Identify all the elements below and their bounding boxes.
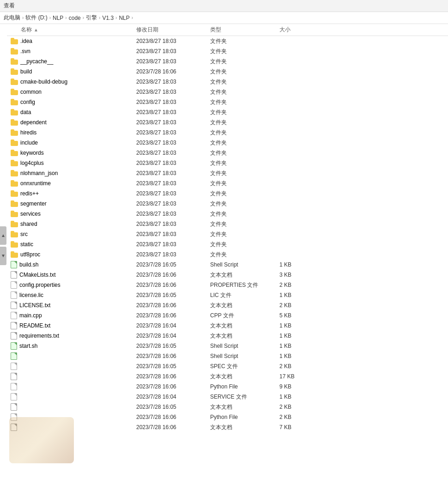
table-row[interactable]: 2023/7/28 16:06文本文档17 KB [7,371,448,382]
table-row[interactable]: include2023/8/27 18:03文件夹 [7,138,448,148]
table-row[interactable]: dependent2023/8/27 18:03文件夹 [7,117,448,127]
file-name-text: dependent [20,119,47,126]
breadcrumb-bar[interactable]: 此电脑 › 软件 (D:) › NLP › code › 引擎 › V1.3 ›… [0,12,448,24]
view-label: 查看 [4,2,15,9]
table-row[interactable]: start.sh2023/7/28 16:05Shell Script1 KB [7,341,448,351]
table-row[interactable]: 2023/7/28 16:05文本文档2 KB [7,402,448,412]
breadcrumb-nlp1[interactable]: NLP [53,15,63,21]
file-name-text: shared [20,221,37,227]
file-name-text: services [20,211,41,217]
breadcrumb-pc[interactable]: 此电脑 [4,14,20,22]
file-date-cell: 2023/8/27 18:03 [136,150,210,156]
breadcrumb-v13[interactable]: V1.3 [102,15,114,21]
file-name-cell: build.sh [7,261,136,268]
breadcrumb-code[interactable]: code [69,15,81,21]
file-type-cell: 文本文档 [210,271,279,279]
table-row[interactable]: hiredis2023/8/27 18:03文件夹 [7,127,448,138]
file-size-cell: 1 KB [279,261,316,268]
table-row[interactable]: license.lic2023/7/28 16:05LIC 文件1 KB [7,290,448,300]
shell-icon [11,342,17,350]
folder-icon [11,89,18,95]
folder-icon [11,139,18,146]
table-row[interactable]: onnxruntime2023/8/27 18:03文件夹 [7,178,448,188]
table-row[interactable]: common2023/8/27 18:03文件夹 [7,87,448,97]
file-date-cell: 2023/8/27 18:03 [136,190,210,197]
file-type-cell: 文件夹 [210,241,279,249]
table-row[interactable]: keywords2023/8/27 18:03文件夹 [7,148,448,158]
table-row[interactable]: data2023/8/27 18:03文件夹 [7,107,448,117]
file-name-cell: LICENSE.txt [7,302,136,309]
col-header-name[interactable]: 名称 ▲ [7,26,136,34]
nav-arrow-up[interactable]: ▲ [0,226,6,245]
table-row[interactable]: static2023/8/27 18:03文件夹 [7,239,448,249]
table-row[interactable]: cmake-build-debug2023/8/27 18:03文件夹 [7,77,448,87]
breadcrumb-nlp2[interactable]: NLP [119,15,129,21]
table-row[interactable]: 2023/7/28 16:06Python File2 KB [7,412,448,422]
file-name-text: .idea [20,38,32,44]
table-row[interactable]: nlohmann_json2023/8/27 18:03文件夹 [7,168,448,178]
file-type-cell: 文件夹 [210,88,279,96]
table-row[interactable]: build.sh2023/7/28 16:05Shell Script1 KB [7,260,448,270]
file-name-cell: main.cpp [7,312,136,319]
file-date-cell: 2023/7/28 16:06 [136,312,210,319]
folder-icon [11,200,18,207]
file-list: .idea2023/8/27 18:03文件夹.svn2023/8/27 18:… [7,36,448,432]
col-header-type[interactable]: 类型 [210,26,279,34]
file-date-cell: 2023/8/27 18:03 [136,58,210,65]
table-row[interactable]: requirements.txt2023/7/28 16:04文本文档1 KB [7,331,448,341]
folder-icon [11,211,18,217]
table-row[interactable]: README.txt2023/7/28 16:04文本文档1 KB [7,321,448,331]
table-row[interactable]: 2023/7/28 16:06文本文档7 KB [7,422,448,432]
table-row[interactable]: config.properties2023/7/28 16:06PROPERTI… [7,280,448,290]
file-name-cell: src [7,231,136,237]
table-row[interactable]: segmenter2023/8/27 18:03文件夹 [7,199,448,209]
table-row[interactable]: 2023/7/28 16:05SPEC 文件2 KB [7,361,448,371]
file-date-cell: 2023/8/27 18:03 [136,231,210,237]
breadcrumb-engine[interactable]: 引擎 [86,14,97,22]
file-name-cell: config.properties [7,281,136,289]
table-row[interactable]: 2023/7/28 16:04SERVICE 文件1 KB [7,392,448,402]
table-row[interactable]: main.cpp2023/7/28 16:06CPP 文件5 KB [7,310,448,321]
file-date-cell: 2023/7/28 16:06 [136,302,210,309]
file-type-cell: 文件夹 [210,37,279,45]
folder-icon [11,160,18,166]
table-row[interactable]: log4cplus2023/8/27 18:03文件夹 [7,158,448,168]
table-row[interactable]: CMakeLists.txt2023/7/28 16:06文本文档3 KB [7,270,448,280]
table-row[interactable]: shared2023/8/27 18:03文件夹 [7,219,448,229]
file-name-cell [7,383,136,390]
folder-icon [11,68,18,75]
file-date-cell: 2023/7/28 16:05 [136,261,210,268]
file-name-text: build [20,68,32,75]
table-row[interactable]: build2023/7/28 16:06文件夹 [7,67,448,77]
table-row[interactable]: services2023/8/27 18:03文件夹 [7,209,448,219]
file-name-text: .svn [20,48,30,55]
nav-arrow-down[interactable]: ▼ [0,247,6,265]
file-size-cell: 2 KB [279,282,316,288]
file-type-cell: 文件夹 [210,149,279,157]
file-type-cell: 文件夹 [210,98,279,106]
file-date-cell: 2023/8/27 18:03 [136,251,210,258]
file-name-text: segmenter [20,200,47,207]
table-row[interactable]: 2023/7/28 16:06Shell Script1 KB [7,351,448,361]
file-date-cell: 2023/7/28 16:06 [136,424,210,430]
table-row[interactable]: config2023/8/27 18:03文件夹 [7,97,448,107]
table-row[interactable]: .svn2023/8/27 18:03文件夹 [7,46,448,56]
table-row[interactable]: 2023/7/28 16:06Python File9 KB [7,382,448,392]
file-date-cell: 2023/8/27 18:03 [136,200,210,207]
breadcrumb-drive[interactable]: 软件 (D:) [25,14,47,22]
file-name-cell: services [7,211,136,217]
table-row[interactable]: redis++2023/8/27 18:03文件夹 [7,188,448,199]
file-name-text: include [20,139,38,146]
table-row[interactable]: src2023/8/27 18:03文件夹 [7,229,448,239]
col-header-size[interactable]: 大小 [279,26,316,34]
file-date-cell: 2023/8/27 18:03 [136,119,210,126]
file-size-cell: 1 KB [279,292,316,298]
table-row[interactable]: __pycache__2023/8/27 18:03文件夹 [7,56,448,67]
table-row[interactable]: utf8proc2023/8/27 18:03文件夹 [7,249,448,260]
file-size-cell: 5 KB [279,312,316,319]
col-header-date[interactable]: 修改日期 [136,26,210,34]
table-row[interactable]: LICENSE.txt2023/7/28 16:06文本文档2 KB [7,300,448,310]
file-name-cell: CMakeLists.txt [7,271,136,279]
file-date-cell: 2023/8/27 18:03 [136,109,210,115]
table-row[interactable]: .idea2023/8/27 18:03文件夹 [7,36,448,46]
